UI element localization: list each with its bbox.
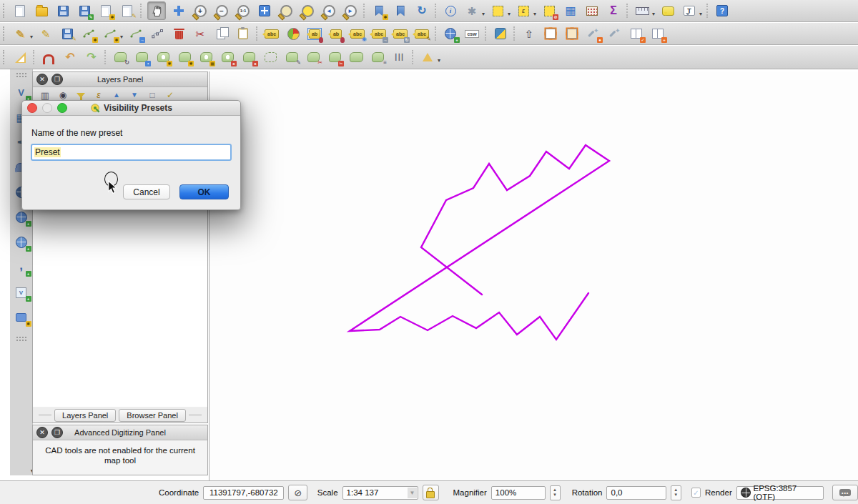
add-delimited-text-layer-icon[interactable]: ,+ (12, 259, 31, 276)
pin-labels-icon[interactable]: ab (306, 25, 323, 42)
save-layer-edits-icon[interactable]: ✎ (59, 25, 76, 42)
magnifier-input[interactable]: 100% (491, 486, 546, 500)
tab-browser-panel[interactable]: Browser Panel (119, 409, 186, 422)
delete-selected-icon[interactable] (170, 25, 187, 42)
rotate-label-icon[interactable]: abc↻ (392, 25, 409, 42)
chevron-down-icon[interactable]: ▼ (408, 488, 417, 498)
osm-upload-icon[interactable]: + (649, 25, 666, 42)
statistical-summary-icon[interactable]: Σ (605, 2, 622, 19)
scale-combobox[interactable]: 1:34 137▼ (342, 486, 418, 500)
split-features-icon[interactable]: ✂ (305, 49, 322, 66)
check-geometries-icon[interactable]: ☰ (390, 49, 408, 66)
zoom-last-icon[interactable]: ◄ (320, 2, 337, 19)
layer-diagrams-icon[interactable] (285, 25, 302, 42)
new-shapefile-layer-icon[interactable]: V+ (12, 284, 31, 301)
messages-button[interactable]: ••• (832, 485, 858, 500)
geometry-checker-icon[interactable] (606, 25, 623, 42)
add-circular-string-dropdown[interactable]: ▾ (120, 34, 123, 40)
rotation-stepper[interactable]: ▲▼ (671, 485, 681, 500)
toggle-extents-display-icon[interactable]: ⊘ (288, 485, 307, 500)
add-feature-icon[interactable]: ✱ (80, 25, 97, 42)
new-project-icon[interactable] (11, 2, 29, 19)
move-feature-icon[interactable]: → (127, 25, 144, 42)
render-checkbox[interactable]: ✓ (691, 488, 701, 498)
add-wms-layer-icon[interactable]: + (12, 209, 31, 226)
show-bookmarks-icon[interactable] (392, 2, 409, 19)
new-print-composer-icon[interactable]: ✱ (97, 2, 114, 19)
annotation-rectangle-icon[interactable] (542, 25, 559, 42)
reshape-features-icon[interactable]: ✎ (283, 49, 300, 66)
pan-map-icon[interactable] (147, 1, 166, 20)
cut-features-icon[interactable]: ✂ (192, 25, 209, 42)
select-features-dropdown[interactable]: ▾ (508, 11, 511, 17)
annotation-frame-icon[interactable] (563, 25, 581, 42)
sidebar-grip[interactable] (16, 72, 27, 78)
zoom-full-icon[interactable] (256, 2, 273, 19)
node-tool-icon[interactable] (149, 25, 166, 42)
merge-features-icon[interactable] (347, 49, 365, 66)
current-edits-dropdown[interactable]: ▾ (30, 34, 33, 40)
python-console-icon[interactable] (492, 25, 509, 42)
pan-to-selection-icon[interactable] (170, 2, 187, 19)
zoom-out-icon[interactable]: − (213, 2, 230, 19)
measure-dropdown[interactable]: ▾ (652, 11, 655, 17)
copy-features-icon[interactable] (213, 25, 230, 42)
crs-status-button[interactable]: EPSG:3857 (OTF) (736, 486, 824, 500)
topology-checker-icon[interactable]: ● (585, 25, 602, 42)
map-tips-icon[interactable] (659, 2, 676, 19)
magnifier-stepper[interactable]: ▲▼ (550, 485, 561, 500)
offset-point-symbols-dropdown[interactable]: ▾ (438, 57, 440, 64)
composer-manager-icon[interactable]: ✎ (119, 2, 136, 19)
deselect-all-icon[interactable]: ⊘ (541, 2, 558, 19)
new-bookmark-icon[interactable]: ✱ (370, 2, 388, 19)
advanced-digitizing-icon[interactable] (11, 49, 29, 66)
select-by-expression-dropdown[interactable]: ▾ (533, 11, 536, 17)
osm-download-icon[interactable]: ✓ (628, 25, 645, 42)
add-wfs-layer-icon[interactable]: + (12, 234, 31, 251)
text-annotation-dropdown[interactable]: ▾ (699, 11, 702, 17)
identify-features-icon[interactable]: i (442, 2, 459, 19)
new-virtual-layer-icon[interactable]: ✱ (12, 309, 31, 326)
add-part-icon[interactable]: ✱ (176, 49, 193, 66)
toolbar-grip[interactable] (3, 4, 7, 18)
open-attribute-table-icon[interactable]: ▦ (562, 2, 579, 19)
add-ring-icon[interactable]: ✱ (154, 49, 172, 66)
toolbar-grip[interactable] (3, 26, 7, 41)
zoom-native-icon[interactable]: 1:1 (235, 2, 252, 19)
add-circular-string-icon[interactable]: ✱ (102, 25, 119, 42)
tab-layers-panel[interactable]: Layers Panel (54, 409, 116, 422)
change-label-icon[interactable]: abc✎ (413, 25, 430, 42)
toggle-editing-icon[interactable]: ✎ (37, 25, 54, 42)
whats-this-icon[interactable]: ? (714, 2, 731, 19)
add-web-service-icon[interactable]: + (442, 25, 459, 42)
save-project-icon[interactable] (54, 2, 72, 19)
text-annotation-icon[interactable]: T (681, 2, 698, 19)
zoom-next-icon[interactable]: ► (342, 2, 359, 19)
zoom-in-icon[interactable]: + (192, 2, 209, 19)
coordinate-input[interactable]: 11391797,-680732 (203, 486, 284, 500)
show-hide-labels-icon[interactable]: abc◉ (349, 25, 366, 42)
fill-ring-icon[interactable]: ▦ (197, 49, 214, 66)
current-edits-icon[interactable]: ✎ (11, 25, 29, 42)
highlight-pinned-labels-icon[interactable]: ab (327, 25, 345, 42)
offset-curve-icon[interactable] (262, 49, 279, 66)
preset-name-input[interactable]: Preset (31, 144, 232, 161)
move-label-icon[interactable]: abc→ (370, 25, 388, 42)
run-feature-action-dropdown[interactable]: ▾ (482, 11, 485, 17)
run-feature-action-icon[interactable]: ✱ (463, 2, 480, 19)
offset-point-symbols-icon[interactable] (419, 49, 436, 66)
add-vector-layer-icon[interactable]: V+ (12, 84, 31, 101)
metasearch-icon[interactable]: csw (463, 25, 480, 42)
sidebar-grip[interactable] (16, 336, 27, 342)
redo-icon[interactable]: ↷ (83, 49, 100, 66)
dialog-titlebar[interactable]: Visibility Presets (22, 101, 240, 116)
rotate-feature-icon[interactable]: ↻ (112, 49, 129, 66)
delete-ring-icon[interactable]: x (219, 49, 236, 66)
split-parts-icon[interactable]: ✂ (326, 49, 343, 66)
refresh-icon[interactable]: ↻ (413, 2, 430, 19)
zoom-to-layer-icon[interactable] (277, 2, 295, 19)
undo-icon[interactable]: ↶ (61, 49, 79, 66)
cancel-button[interactable]: Cancel (123, 184, 170, 199)
rotation-input[interactable]: 0,0 (606, 486, 666, 500)
select-features-icon[interactable] (489, 2, 506, 19)
